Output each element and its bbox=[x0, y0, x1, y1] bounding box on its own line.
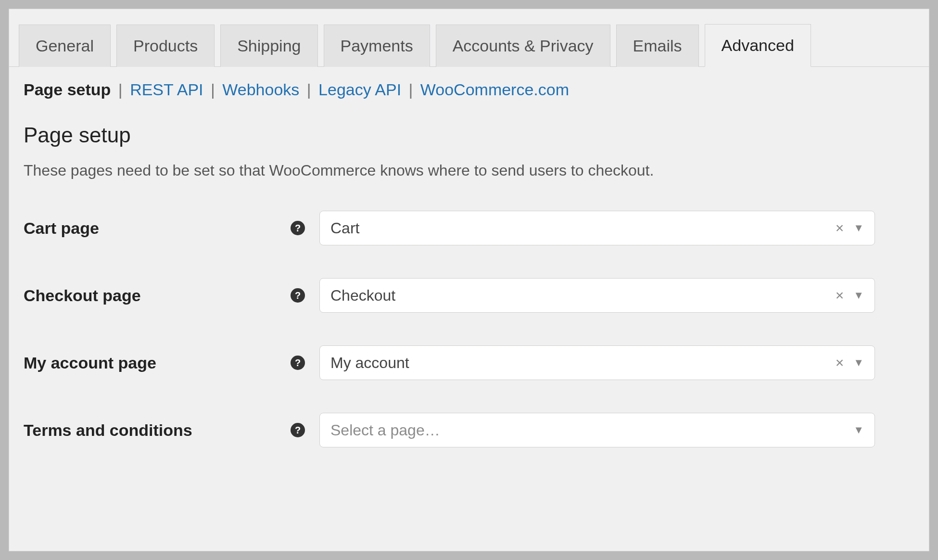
section-description: These pages need to be set so that WooCo… bbox=[24, 162, 914, 179]
row-checkout-page: Checkout page ? Checkout × ▼ bbox=[24, 278, 914, 313]
help-icon-checkout[interactable]: ? bbox=[291, 288, 319, 303]
subnav-link-webhooks[interactable]: Webhooks bbox=[222, 80, 299, 99]
select-value: Checkout bbox=[330, 287, 831, 305]
subnav-sep: | bbox=[208, 80, 222, 99]
tab-shipping[interactable]: Shipping bbox=[220, 25, 317, 67]
question-icon: ? bbox=[291, 423, 305, 437]
subnav: Page setup | REST API | Webhooks | Legac… bbox=[9, 67, 929, 99]
select-checkout-page[interactable]: Checkout × ▼ bbox=[319, 278, 875, 313]
viewport: General Products Shipping Payments Accou… bbox=[0, 0, 938, 560]
subnav-link-legacy-api[interactable]: Legacy API bbox=[318, 80, 401, 99]
question-icon: ? bbox=[291, 356, 305, 370]
label-my-account-page: My account page bbox=[24, 354, 291, 372]
clear-icon[interactable]: × bbox=[831, 355, 849, 371]
chevron-down-icon: ▼ bbox=[853, 289, 864, 302]
select-value: My account bbox=[330, 354, 831, 372]
subnav-sep: | bbox=[406, 80, 420, 99]
label-checkout-page: Checkout page bbox=[24, 286, 291, 305]
tab-emails[interactable]: Emails bbox=[616, 25, 699, 67]
chevron-down-icon: ▼ bbox=[853, 222, 864, 234]
settings-panel: General Products Shipping Payments Accou… bbox=[9, 9, 929, 551]
select-value: Cart bbox=[330, 219, 831, 237]
select-placeholder: Select a page… bbox=[330, 421, 849, 439]
help-icon-my-account[interactable]: ? bbox=[291, 356, 319, 370]
select-cart-page[interactable]: Cart × ▼ bbox=[319, 211, 875, 245]
row-terms-conditions: Terms and conditions ? Select a page… ▼ bbox=[24, 413, 914, 447]
chevron-down-icon: ▼ bbox=[853, 356, 864, 369]
row-my-account-page: My account page ? My account × ▼ bbox=[24, 345, 914, 380]
row-cart-page: Cart page ? Cart × ▼ bbox=[24, 211, 914, 245]
subnav-link-woocommerce-com[interactable]: WooCommerce.com bbox=[420, 80, 569, 99]
subnav-current: Page setup bbox=[24, 80, 111, 99]
question-icon: ? bbox=[291, 221, 305, 235]
tab-advanced[interactable]: Advanced bbox=[705, 24, 811, 67]
help-icon-cart[interactable]: ? bbox=[291, 221, 319, 235]
tab-products[interactable]: Products bbox=[116, 25, 215, 67]
label-terms-conditions: Terms and conditions bbox=[24, 421, 291, 440]
label-cart-page: Cart page bbox=[24, 219, 291, 238]
tab-bar: General Products Shipping Payments Accou… bbox=[9, 9, 929, 67]
help-icon-terms[interactable]: ? bbox=[291, 423, 319, 437]
question-icon: ? bbox=[291, 288, 305, 303]
subnav-sep: | bbox=[115, 80, 130, 99]
subnav-sep: | bbox=[304, 80, 318, 99]
select-my-account-page[interactable]: My account × ▼ bbox=[319, 345, 875, 380]
tab-accounts-privacy[interactable]: Accounts & Privacy bbox=[436, 25, 610, 67]
subnav-link-rest-api[interactable]: REST API bbox=[130, 80, 203, 99]
tab-general[interactable]: General bbox=[19, 25, 111, 67]
section-title: Page setup bbox=[24, 123, 914, 147]
select-terms-page[interactable]: Select a page… ▼ bbox=[319, 413, 875, 447]
clear-icon[interactable]: × bbox=[831, 220, 849, 236]
chevron-down-icon: ▼ bbox=[853, 424, 864, 436]
tab-payments[interactable]: Payments bbox=[324, 25, 430, 67]
clear-icon[interactable]: × bbox=[831, 287, 849, 304]
